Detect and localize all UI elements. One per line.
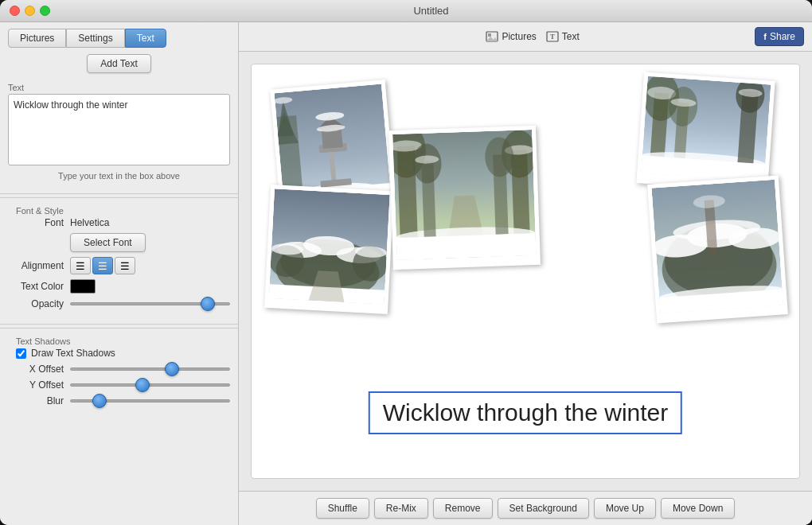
font-value: Helvetica — [70, 217, 109, 228]
canvas-area: Wicklow through the winter — [239, 52, 812, 491]
svg-text:T: T — [550, 33, 555, 41]
select-font-row: Select Font — [8, 233, 230, 252]
blur-slider[interactable] — [70, 399, 230, 402]
text-section: Wicklow through the winter Type your tex… — [0, 94, 238, 190]
toolbar-icons: Pictures T Text — [486, 31, 579, 42]
x-offset-row: X Offset — [8, 364, 230, 375]
share-button[interactable]: f Share — [755, 27, 804, 46]
svg-rect-1 — [488, 33, 491, 37]
blur-row: Blur — [8, 395, 230, 406]
photo-canvas[interactable]: Wicklow through the winter — [251, 64, 800, 479]
text-shadows-label: Text Shadows — [8, 333, 230, 348]
add-text-button[interactable]: Add Text — [87, 54, 150, 73]
draw-shadows-row: Draw Text Shadows — [8, 348, 230, 359]
tab-text[interactable]: Text — [125, 29, 166, 48]
close-button[interactable] — [10, 6, 20, 16]
y-offset-slider-container — [70, 383, 230, 387]
alignment-label: Alignment — [8, 260, 64, 271]
x-offset-label: X Offset — [8, 364, 64, 375]
sidebar: Pictures Settings Text Add Text Text Wic… — [0, 22, 239, 525]
pictures-icon — [486, 31, 498, 42]
font-label: Font — [8, 217, 64, 228]
titlebar: Untitled — [0, 0, 812, 22]
shadow-section: Text Shadows Draw Text Shadows X Offset … — [0, 328, 238, 418]
draw-shadows-label: Draw Text Shadows — [31, 348, 115, 359]
set-background-button[interactable]: Set Background — [498, 498, 589, 519]
photo-5-image — [651, 180, 783, 313]
blur-label: Blur — [8, 395, 64, 406]
y-offset-row: Y Offset — [8, 379, 230, 391]
photo-4-image — [392, 130, 536, 260]
traffic-lights — [10, 6, 50, 16]
opacity-label: Opacity — [8, 298, 64, 309]
shuffle-button[interactable]: Shuffle — [316, 498, 369, 519]
tab-pictures[interactable]: Pictures — [8, 29, 66, 48]
main-content: Pictures Settings Text Add Text Text Wic… — [0, 22, 812, 525]
photo-5[interactable] — [647, 175, 788, 323]
text-color-label: Text Color — [8, 281, 64, 292]
svg-marker-2 — [486, 37, 498, 41]
top-toolbar: Pictures T Text f Share — [239, 22, 812, 52]
select-font-button[interactable]: Select Font — [70, 233, 146, 252]
alignment-row: Alignment ☰ ☰ ☰ — [8, 257, 230, 274]
x-offset-slider[interactable] — [70, 368, 230, 371]
blur-slider-container — [70, 399, 230, 402]
text-overlay[interactable]: Wicklow through the winter — [369, 391, 682, 434]
font-style-label: Font & Style — [8, 203, 230, 217]
text-section-label: Text — [0, 80, 238, 94]
text-color-swatch[interactable] — [70, 279, 96, 294]
right-panel: Pictures T Text f Share — [239, 22, 812, 525]
draw-shadows-checkbox[interactable] — [16, 348, 26, 359]
align-center-button[interactable]: ☰ — [92, 257, 113, 274]
alignment-group: ☰ ☰ ☰ — [70, 257, 135, 274]
opacity-slider-container — [70, 302, 230, 305]
align-right-button[interactable]: ☰ — [115, 257, 135, 274]
toolbar-text[interactable]: T Text — [546, 31, 580, 42]
x-offset-slider-container — [70, 368, 230, 371]
photo-3-image — [269, 189, 390, 304]
remix-button[interactable]: Re-Mix — [374, 498, 428, 519]
remove-button[interactable]: Remove — [433, 498, 493, 519]
photo-4[interactable] — [388, 126, 541, 270]
bottom-toolbar: Shuffle Re-Mix Remove Set Background Mov… — [239, 491, 812, 525]
opacity-slider[interactable] — [70, 302, 230, 305]
tab-bar: Pictures Settings Text — [0, 22, 238, 48]
move-down-button[interactable]: Move Down — [661, 498, 735, 519]
photo-2[interactable] — [636, 72, 775, 192]
font-row: Font Helvetica — [8, 217, 230, 228]
opacity-row: Opacity — [8, 298, 230, 309]
align-left-button[interactable]: ☰ — [70, 257, 91, 274]
photo-3[interactable] — [264, 185, 394, 314]
y-offset-slider[interactable] — [70, 383, 230, 387]
text-hint: Type your text in the box above — [8, 168, 230, 184]
photo-2-image — [641, 76, 771, 182]
facebook-f: f — [763, 32, 767, 41]
move-up-button[interactable]: Move Up — [594, 498, 656, 519]
maximize-button[interactable] — [40, 6, 50, 16]
tab-settings[interactable]: Settings — [66, 29, 124, 48]
font-section: Font & Style Font Helvetica Select Font … — [0, 197, 238, 321]
add-text-container: Add Text — [0, 48, 238, 80]
app-window: Untitled Pictures Settings Text Add Text… — [0, 0, 812, 525]
text-color-row: Text Color — [8, 279, 230, 294]
text-input[interactable]: Wicklow through the winter — [8, 94, 230, 165]
toolbar-pictures[interactable]: Pictures — [486, 31, 536, 42]
window-title: Untitled — [60, 5, 802, 17]
y-offset-label: Y Offset — [8, 379, 64, 391]
minimize-button[interactable] — [25, 6, 35, 16]
text-toolbar-icon: T — [546, 31, 559, 42]
